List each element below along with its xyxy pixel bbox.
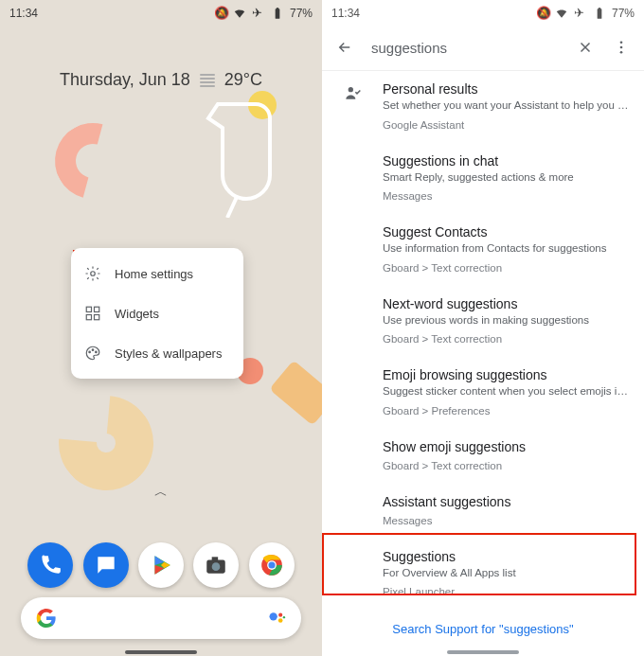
result-title: Emoji browsing suggestions (383, 367, 629, 382)
app-play-store[interactable] (138, 542, 184, 588)
result-suggestions[interactable]: Suggestions For Overview & All Apps list… (322, 538, 644, 610)
all-apps-caret[interactable]: ︿ (154, 484, 168, 501)
settings-search-input[interactable] (371, 40, 559, 56)
date-weather-widget[interactable]: Thursday, Jun 18 29°C (0, 70, 322, 90)
dnd-icon: 🔕 (536, 7, 549, 20)
result-title: Next-word suggestions (383, 296, 629, 311)
date-text: Thursday, Jun 18 (60, 70, 190, 90)
result-desc: Suggest sticker content when you select … (383, 384, 629, 399)
result-title: Suggestions in chat (383, 153, 629, 168)
home-context-menu: Home settings Widgets Styles & wallpaper… (71, 248, 243, 379)
svg-rect-17 (212, 557, 219, 560)
menu-styles[interactable]: Styles & wallpapers (71, 333, 243, 373)
menu-styles-label: Styles & wallpapers (115, 346, 222, 361)
app-phone[interactable] (27, 542, 73, 588)
overflow-menu-button[interactable] (612, 38, 631, 57)
nav-bar-pill[interactable] (125, 650, 197, 654)
airplane-icon: ✈ (574, 7, 587, 20)
google-search-bar[interactable] (21, 597, 301, 639)
status-icons: 🔕 ✈ 77% (536, 7, 635, 20)
google-g-icon (36, 608, 57, 629)
svg-point-28 (620, 46, 623, 49)
menu-home-settings-label: Home settings (115, 267, 193, 281)
result-next-word-suggestions[interactable]: Next-word suggestions Use previous words… (322, 285, 644, 357)
svg-point-21 (270, 612, 277, 620)
more-vert-icon (613, 39, 630, 56)
result-title: Personal results (383, 81, 629, 97)
menu-widgets[interactable]: Widgets (71, 293, 243, 333)
result-path: Gboard > Preferences (383, 405, 629, 417)
battery-percent: 77% (612, 7, 635, 20)
svg-point-10 (96, 351, 98, 353)
result-desc: Use information from Contacts for sugges… (383, 241, 629, 257)
result-emoji-browsing[interactable]: Emoji browsing suggestions Suggest stick… (322, 356, 644, 428)
wifi-icon (233, 7, 246, 20)
svg-point-24 (283, 616, 285, 618)
svg-point-9 (92, 349, 94, 351)
svg-point-8 (89, 351, 91, 353)
svg-line-2 (227, 197, 237, 218)
result-path: Pixel Launcher (383, 586, 629, 597)
result-suggest-contacts[interactable]: Suggest Contacts Use information from Co… (322, 213, 644, 285)
result-path: Google Assistant (383, 119, 629, 131)
app-chrome[interactable] (249, 542, 295, 588)
result-path: Gboard > Text correction (383, 333, 629, 345)
temperature: 29°C (224, 70, 262, 90)
app-camera[interactable] (193, 542, 239, 588)
arrow-left-icon (336, 39, 353, 56)
result-path: Gboard > Text correction (383, 262, 629, 274)
widgets-icon (84, 305, 101, 322)
svg-point-29 (620, 51, 623, 54)
result-desc: Smart Reply, suggested actions & more (383, 170, 629, 186)
messages-icon (94, 553, 118, 577)
battery-percent: 77% (290, 7, 313, 20)
svg-point-27 (620, 41, 623, 44)
settings-search-header (322, 27, 644, 71)
app-messages[interactable] (83, 542, 129, 588)
gear-icon (84, 265, 101, 282)
status-bar: 11:34 🔕 ✈ 77% (0, 0, 322, 27)
result-desc: Set whether you want your Assistant to h… (383, 98, 629, 114)
close-icon (577, 39, 594, 56)
wifi-icon (555, 7, 568, 20)
result-title: Assistant suggestions (383, 494, 629, 509)
svg-rect-6 (86, 315, 91, 320)
dnd-icon: 🔕 (214, 7, 227, 20)
person-check-icon (343, 83, 362, 102)
phone-icon (38, 553, 63, 577)
camera-icon (204, 553, 228, 577)
result-path: Gboard > Text correction (383, 460, 629, 471)
svg-point-30 (349, 87, 353, 92)
palette-icon (84, 345, 101, 362)
svg-point-3 (91, 272, 96, 276)
svg-rect-4 (86, 307, 91, 311)
weather-fog-icon (200, 74, 215, 87)
assistant-icon[interactable] (267, 609, 286, 628)
svg-rect-25 (598, 9, 602, 18)
status-icons: 🔕 ✈ 77% (214, 7, 313, 20)
phone-settings-search: 11:34 🔕 ✈ 77% Personal results Set wheth… (322, 0, 644, 656)
support-search-link[interactable]: Search Support for "suggestions" (322, 609, 644, 639)
svg-point-20 (268, 561, 275, 568)
result-desc: For Overview & All Apps list (383, 566, 629, 581)
status-bar: 11:34 🔕 ✈ 77% (322, 0, 644, 27)
chrome-icon (259, 553, 284, 577)
back-button[interactable] (335, 38, 354, 57)
battery-icon (271, 7, 284, 20)
result-show-emoji[interactable]: Show emoji suggestions Gboard > Text cor… (322, 428, 644, 483)
clear-button[interactable] (576, 38, 595, 57)
svg-point-23 (278, 618, 283, 623)
status-time: 11:34 (9, 7, 38, 20)
result-personal-results[interactable]: Personal results Set whether you want yo… (322, 70, 644, 142)
svg-point-22 (278, 613, 282, 617)
nav-bar-pill[interactable] (447, 650, 519, 654)
result-title: Show emoji suggestions (383, 439, 629, 454)
airplane-icon: ✈ (252, 7, 265, 20)
status-time: 11:34 (331, 7, 360, 20)
result-suggestions-in-chat[interactable]: Suggestions in chat Smart Reply, suggest… (322, 142, 644, 214)
battery-icon (593, 7, 606, 20)
result-path: Messages (383, 190, 629, 202)
result-assistant-suggestions[interactable]: Assistant suggestions Messages (322, 483, 644, 538)
menu-home-settings[interactable]: Home settings (71, 254, 243, 293)
svg-rect-5 (95, 307, 99, 311)
